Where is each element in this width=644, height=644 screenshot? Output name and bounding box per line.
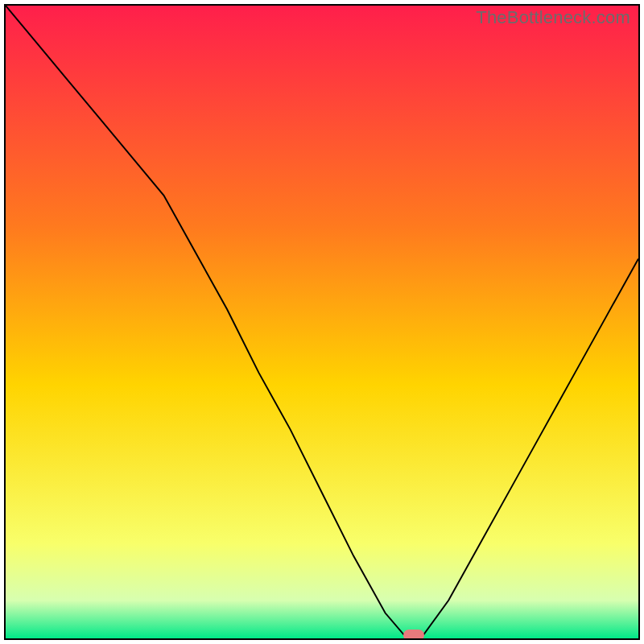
optimum-marker (403, 630, 424, 640)
svg-rect-0 (6, 6, 638, 638)
watermark-text: TheBottleneck.com (476, 7, 630, 28)
bottleneck-chart: TheBottleneck.com (4, 4, 640, 640)
gradient-background (6, 6, 638, 638)
